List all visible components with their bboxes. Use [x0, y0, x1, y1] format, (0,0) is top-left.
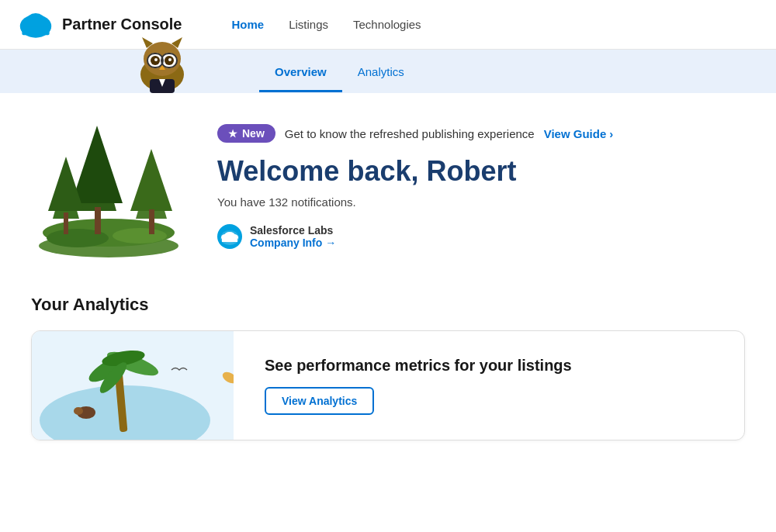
new-badge: ★ New: [217, 124, 275, 143]
app-title: Partner Console: [62, 16, 182, 33]
svg-rect-4: [22, 26, 49, 35]
welcome-heading: Welcome back, Robert: [217, 155, 745, 188]
tab-overview[interactable]: Overview: [259, 59, 342, 85]
banner-row: ★ New Get to know the refreshed publishi…: [217, 124, 745, 143]
company-logo-icon: [217, 224, 242, 249]
svg-rect-32: [149, 209, 154, 234]
welcome-text-area: ★ New Get to know the refreshed publishi…: [217, 118, 745, 249]
view-guide-label: View Guide: [544, 127, 607, 140]
analytics-card: See performance metrics for your listing…: [31, 330, 745, 440]
sub-nav-tabs: Overview Analytics: [259, 59, 420, 85]
company-info: Salesforce Labs Company Info →: [250, 224, 336, 249]
svg-rect-43: [222, 237, 237, 242]
main-content: ★ New Get to know the refreshed publishi…: [0, 93, 776, 465]
notifications-text: You have 132 notifications.: [217, 195, 745, 209]
nav-home[interactable]: Home: [219, 12, 276, 37]
analytics-heading: Your Analytics: [31, 295, 745, 315]
main-nav: Home Listings Technologies: [219, 12, 433, 37]
svg-point-30: [113, 228, 167, 244]
arrow-right-icon: →: [325, 237, 336, 249]
top-nav: Partner Console Home Listings Technologi…: [0, 0, 776, 50]
company-row: Salesforce Labs Company Info →: [217, 224, 745, 249]
svg-rect-31: [95, 207, 101, 234]
svg-point-3: [26, 13, 46, 28]
analytics-card-illustration: [32, 331, 234, 440]
svg-point-54: [74, 407, 83, 415]
welcome-section: ★ New Get to know the refreshed publishi…: [31, 118, 745, 257]
svg-rect-33: [64, 212, 68, 234]
mascot-avatar: [128, 34, 196, 93]
sub-nav: Overview Analytics: [0, 50, 776, 93]
view-analytics-button[interactable]: View Analytics: [265, 387, 374, 415]
company-info-link[interactable]: Company Info →: [250, 237, 336, 249]
chevron-right-icon: ›: [609, 127, 613, 140]
tab-analytics[interactable]: Analytics: [342, 59, 420, 85]
svg-marker-25: [71, 126, 123, 203]
company-link-label: Company Info: [250, 237, 322, 249]
view-guide-link[interactable]: View Guide ›: [544, 127, 614, 140]
star-icon: ★: [228, 128, 237, 140]
svg-point-14: [168, 58, 171, 61]
svg-marker-23: [130, 149, 172, 211]
forest-illustration: [31, 118, 186, 257]
analytics-section: Your Analytics: [31, 295, 745, 440]
analytics-card-body: See performance metrics for your listing…: [234, 332, 744, 440]
badge-label: New: [242, 127, 265, 140]
banner-text: Get to know the refreshed publishing exp…: [285, 127, 535, 140]
nav-technologies[interactable]: Technologies: [341, 12, 434, 37]
company-name: Salesforce Labs: [250, 224, 336, 237]
nav-listings[interactable]: Listings: [276, 12, 341, 37]
svg-point-13: [154, 58, 158, 61]
analytics-card-title: See performance metrics for your listing…: [265, 357, 713, 375]
salesforce-logo-icon: [19, 8, 53, 42]
